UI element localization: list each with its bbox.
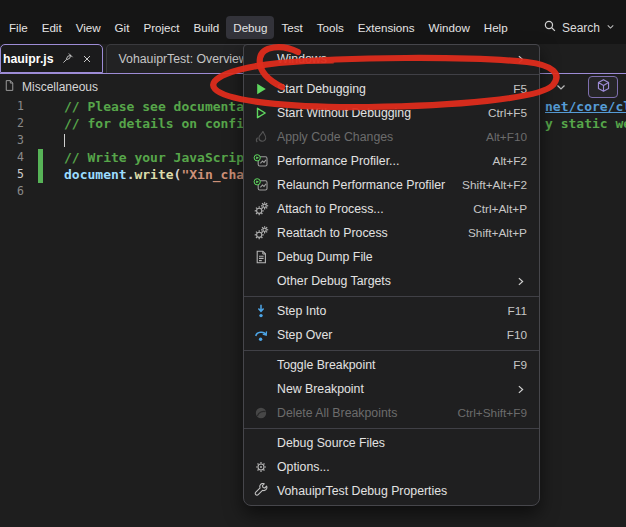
menu-item-shortcut: Alt+F2 — [493, 154, 527, 168]
attach-process-icon — [244, 225, 277, 241]
menu-item-vohauiprtest-debug-properties[interactable]: VohauiprTest Debug Properties — [244, 479, 539, 503]
code-text: // for details on confi — [64, 115, 244, 132]
menu-item-delete-all-breakpoints: Delete All BreakpointsCtrl+Shift+F9 — [244, 401, 539, 425]
tab-label: VohauiprTest: Overview — [119, 52, 248, 66]
menu-item-label: Apply Code Changes — [277, 130, 486, 144]
code-segment: write — [134, 167, 173, 182]
menu-item-windows[interactable]: Windows — [244, 47, 539, 71]
menubar-item-git[interactable]: Git — [108, 16, 137, 39]
menu-item-label: Attach to Process... — [277, 202, 473, 216]
start-without-debugging-icon — [244, 105, 277, 121]
start-debugging-icon — [244, 81, 277, 97]
menu-item-label: Relaunch Performance Profiler — [277, 178, 462, 192]
menu-item-label: Step Over — [277, 328, 507, 342]
code-right-fragment: y static web — [545, 115, 626, 132]
menu-item-relaunch-performance-profiler[interactable]: Relaunch Performance ProfilerShift+Alt+F… — [244, 173, 539, 197]
tab-vohauiprtest-overview[interactable]: VohauiprTest: Overview — [106, 44, 261, 73]
menu-item-new-breakpoint[interactable]: New Breakpoint — [244, 377, 539, 401]
menu-item-debug-source-files[interactable]: Debug Source Files — [244, 431, 539, 455]
menu-item-label: Debug Source Files — [277, 436, 527, 450]
menu-item-step-into[interactable]: Step IntoF11 — [244, 299, 539, 323]
menu-item-shortcut: F9 — [513, 358, 527, 372]
editor-dropdown-button[interactable] — [550, 77, 572, 97]
menu-item-shortcut: Shift+Alt+P — [468, 226, 527, 240]
step-into-icon — [244, 303, 277, 319]
menu-item-label: Delete All Breakpoints — [277, 406, 458, 420]
menu-item-label: Start Without Debugging — [277, 106, 488, 120]
code-segment: document — [64, 167, 127, 182]
menu-item-attach-to-process[interactable]: Attach to Process...Ctrl+Alt+P — [244, 197, 539, 221]
search-chevron-down-icon — [605, 21, 616, 35]
code-segment: // Write your JavaScrip — [64, 150, 244, 165]
cube-icon — [596, 78, 611, 96]
breadcrumb-label[interactable]: Miscellaneous — [22, 80, 98, 94]
menu-separator — [244, 350, 539, 351]
menu-item-label: Step Into — [277, 304, 508, 318]
menu-item-toggle-breakpoint[interactable]: Toggle BreakpointF9 — [244, 353, 539, 377]
menu-item-shortcut: Alt+F10 — [486, 130, 527, 144]
menu-item-start-without-debugging[interactable]: Start Without DebuggingCtrl+F5 — [244, 101, 539, 125]
menu-item-options[interactable]: Options... — [244, 455, 539, 479]
search-control[interactable]: Search — [539, 16, 620, 39]
code-segment: // for details on confi — [64, 116, 244, 131]
wrench-icon — [244, 483, 277, 499]
editor-toolbar — [550, 75, 626, 98]
menu-bar: FileEditViewGitProjectBuildDebugTestTool… — [0, 0, 626, 44]
pin-icon[interactable] — [61, 52, 74, 65]
code-text: // Write your JavaScrip — [64, 149, 244, 166]
search-icon — [543, 19, 557, 36]
close-icon[interactable] — [81, 53, 93, 65]
menu-item-label: Toggle Breakpoint — [277, 358, 513, 372]
submenu-chevron-right-icon — [514, 53, 527, 66]
menu-item-reattach-to-process[interactable]: Reattach to ProcessShift+Alt+P — [244, 221, 539, 245]
menu-item-label: VohauiprTest Debug Properties — [277, 484, 527, 498]
menu-item-apply-code-changes: Apply Code ChangesAlt+F10 — [244, 125, 539, 149]
line-number: 5 — [0, 166, 24, 183]
menubar-item-test[interactable]: Test — [274, 16, 309, 39]
menubar-item-file[interactable]: File — [2, 16, 35, 39]
line-number: 1 — [0, 98, 24, 115]
menu-item-other-debug-targets[interactable]: Other Debug Targets — [244, 269, 539, 293]
menu-item-label: Options... — [277, 460, 527, 474]
menu-item-step-over[interactable]: Step OverF10 — [244, 323, 539, 347]
menu-item-start-debugging[interactable]: Start DebuggingF5 — [244, 77, 539, 101]
menu-item-debug-dump-file[interactable]: Debug Dump File — [244, 245, 539, 269]
code-text: // Please see documenta — [64, 98, 244, 115]
menubar-item-help[interactable]: Help — [477, 16, 515, 39]
ide-window: FileEditViewGitProjectBuildDebugTestTool… — [0, 0, 626, 527]
performance-profiler-icon — [244, 177, 277, 193]
menu-item-label: Other Debug Targets — [277, 274, 514, 288]
container-tools-button[interactable] — [588, 76, 618, 98]
dump-file-icon — [244, 249, 277, 265]
code-segment: "Xin_cha — [181, 167, 244, 182]
change-bar — [38, 149, 43, 166]
menu-item-label: Start Debugging — [277, 82, 513, 96]
apply-code-changes-icon — [244, 129, 277, 145]
line-number: 3 — [0, 132, 24, 149]
submenu-chevron-right-icon — [514, 275, 527, 288]
attach-process-icon — [244, 201, 277, 217]
menubar-item-build[interactable]: Build — [187, 16, 227, 39]
menubar-item-project[interactable]: Project — [136, 16, 186, 39]
menubar-item-edit[interactable]: Edit — [35, 16, 69, 39]
menubar-item-debug[interactable]: Debug — [226, 16, 274, 39]
line-number: 4 — [0, 149, 24, 166]
menubar-item-tools[interactable]: Tools — [310, 16, 351, 39]
menu-item-shortcut: F5 — [513, 82, 527, 96]
performance-profiler-icon — [244, 153, 277, 169]
menu-item-shortcut: F10 — [507, 328, 527, 342]
menu-item-performance-profiler[interactable]: Performance Profiler...Alt+F2 — [244, 149, 539, 173]
menu-item-label: Windows — [277, 52, 514, 66]
menubar-item-extensions[interactable]: Extensions — [351, 16, 422, 39]
tab-hauipr-js[interactable]: hauipr.js — [0, 44, 103, 73]
menubar-item-window[interactable]: Window — [422, 16, 477, 39]
menubar-item-view[interactable]: View — [69, 16, 108, 39]
code-right-fragment: net/core/cli — [545, 98, 626, 115]
menu-item-label: New Breakpoint — [277, 382, 514, 396]
step-over-icon — [244, 327, 277, 343]
line-number: 2 — [0, 115, 24, 132]
menu-separator — [244, 296, 539, 297]
menu-item-label: Reattach to Process — [277, 226, 468, 240]
menu-separator — [244, 428, 539, 429]
submenu-chevron-right-icon — [514, 383, 527, 396]
